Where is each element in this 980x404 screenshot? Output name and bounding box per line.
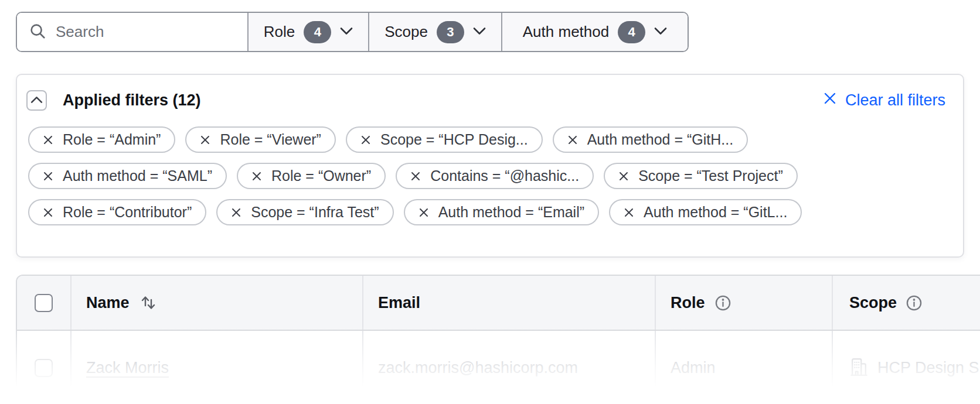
filter-chip: Scope = “Infra Test”: [216, 199, 393, 225]
filter-chip: Role = “Owner”: [237, 163, 386, 189]
scope-filter-count-badge: 3: [437, 21, 464, 43]
chip-row: Role = “Admin” Role = “Viewer” Scope = “…: [28, 126, 949, 153]
chevron-down-icon: [473, 27, 486, 37]
chevron-down-icon: [654, 27, 667, 37]
filter-chip: Role = “Contributor”: [28, 199, 206, 225]
remove-filter-icon[interactable]: [624, 207, 634, 218]
info-icon[interactable]: [906, 295, 923, 311]
chip-row: Role = “Contributor” Scope = “Infra Test…: [28, 199, 949, 225]
filter-chip: Auth method = “Email”: [404, 199, 599, 225]
remove-filter-icon[interactable]: [618, 171, 629, 182]
role-filter-count-badge: 4: [304, 21, 331, 43]
remove-filter-icon[interactable]: [418, 207, 429, 218]
filter-chip-label: Role = “Owner”: [271, 167, 371, 184]
filter-chip-label: Scope = “HCP Desig...: [380, 131, 528, 148]
header-cell-scope: Scope: [832, 276, 980, 330]
auth-method-filter-count-badge: 4: [618, 21, 645, 43]
table-header-row: Name Email Role: [17, 276, 980, 331]
collapse-filters-button[interactable]: [26, 90, 47, 111]
search-input[interactable]: [56, 23, 237, 41]
remove-filter-icon[interactable]: [43, 135, 53, 145]
filter-chip: Scope = “HCP Desig...: [346, 126, 543, 153]
remove-filter-icon[interactable]: [360, 135, 371, 145]
users-table: Name Email Role: [16, 275, 980, 404]
filter-chip-label: Auth method = “GitL...: [644, 204, 787, 221]
user-scope: HCP Design S: [877, 359, 979, 377]
user-name-link[interactable]: Zack Morris: [86, 359, 169, 377]
remove-filter-icon[interactable]: [43, 171, 53, 182]
header-cell-name: Name: [70, 276, 362, 330]
clear-all-filters-label: Clear all filters: [845, 91, 945, 109]
building-icon: [849, 357, 869, 379]
role-filter-dropdown[interactable]: Role 4: [247, 13, 368, 51]
header-cell-select: [17, 276, 70, 330]
filter-chip-label: Auth method = “GitH...: [587, 131, 733, 148]
auth-method-filter-dropdown[interactable]: Auth method 4: [501, 13, 688, 51]
filter-chip-label: Role = “Contributor”: [63, 204, 192, 221]
auth-method-filter-label: Auth method: [523, 23, 609, 41]
remove-filter-icon[interactable]: [43, 207, 53, 218]
filter-chip-label: Role = “Viewer”: [220, 131, 321, 148]
applied-filters-panel: Applied filters (12) Clear all filters R…: [16, 74, 964, 258]
filter-chip: Auth method = “GitH...: [553, 126, 748, 153]
filter-chip-label: Auth method = “Email”: [438, 204, 584, 221]
clear-all-filters-button[interactable]: Clear all filters: [823, 91, 945, 109]
header-cell-email: Email: [362, 276, 655, 330]
table-row: Zack Morris zack.morris@hashicorp.com Ad…: [17, 331, 980, 404]
filter-chip: Contains = “@hashic...: [396, 163, 594, 189]
user-role: Admin: [671, 359, 716, 377]
filter-chip: Auth method = “SAML”: [28, 163, 227, 189]
search-box: [17, 13, 247, 51]
filter-chip: Auth method = “GitL...: [609, 199, 802, 225]
email-column-label: Email: [378, 294, 420, 312]
chevron-down-icon: [340, 27, 353, 37]
user-email: zack.morris@hashicorp.com: [378, 359, 578, 377]
filter-chip-label: Scope = “Infra Test”: [251, 204, 379, 221]
row-checkbox[interactable]: [35, 359, 53, 377]
role-column-label: Role: [671, 294, 705, 312]
applied-filters-header: Applied filters (12) Clear all filters: [17, 75, 963, 111]
remove-filter-icon[interactable]: [251, 171, 262, 182]
filter-chip: Role = “Viewer”: [185, 126, 336, 153]
applied-filters-title: Applied filters (12): [63, 91, 201, 109]
remove-filter-icon[interactable]: [200, 135, 210, 145]
row-cell-name: Zack Morris: [70, 331, 362, 404]
user-filter-page: Role 4 Scope 3 Auth method 4: [0, 0, 980, 404]
select-all-checkbox[interactable]: [35, 294, 53, 312]
filter-chip-label: Auth method = “SAML”: [63, 167, 212, 184]
close-icon: [823, 91, 837, 109]
header-cell-role: Role: [655, 276, 832, 330]
sort-icon[interactable]: [140, 293, 156, 312]
remove-filter-icon[interactable]: [410, 171, 421, 182]
scope-filter-dropdown[interactable]: Scope 3: [368, 13, 501, 51]
remove-filter-icon[interactable]: [567, 135, 578, 145]
filter-chips-area: Role = “Admin” Role = “Viewer” Scope = “…: [17, 111, 963, 225]
scope-filter-label: Scope: [384, 23, 428, 41]
filter-toolbar: Role 4 Scope 3 Auth method 4: [16, 12, 689, 52]
name-column-label: Name: [86, 294, 130, 312]
row-cell-role: Admin: [655, 331, 832, 404]
row-cell-select: [17, 331, 70, 404]
filter-chip-label: Role = “Admin”: [63, 131, 161, 148]
row-cell-scope: HCP Design S: [832, 331, 980, 404]
chevron-up-icon: [30, 95, 43, 106]
filter-chip-label: Contains = “@hashic...: [430, 167, 579, 184]
info-icon[interactable]: [714, 295, 731, 311]
search-icon: [29, 22, 46, 42]
chip-row: Auth method = “SAML” Role = “Owner” Cont…: [28, 163, 949, 189]
scope-column-label: Scope: [849, 294, 897, 312]
row-cell-email: zack.morris@hashicorp.com: [362, 331, 655, 404]
filter-chip: Role = “Admin”: [28, 126, 175, 153]
filter-chip: Scope = “Test Project”: [604, 163, 798, 189]
filter-chip-label: Scope = “Test Project”: [638, 167, 783, 184]
remove-filter-icon[interactable]: [231, 207, 241, 218]
role-filter-label: Role: [264, 23, 295, 41]
